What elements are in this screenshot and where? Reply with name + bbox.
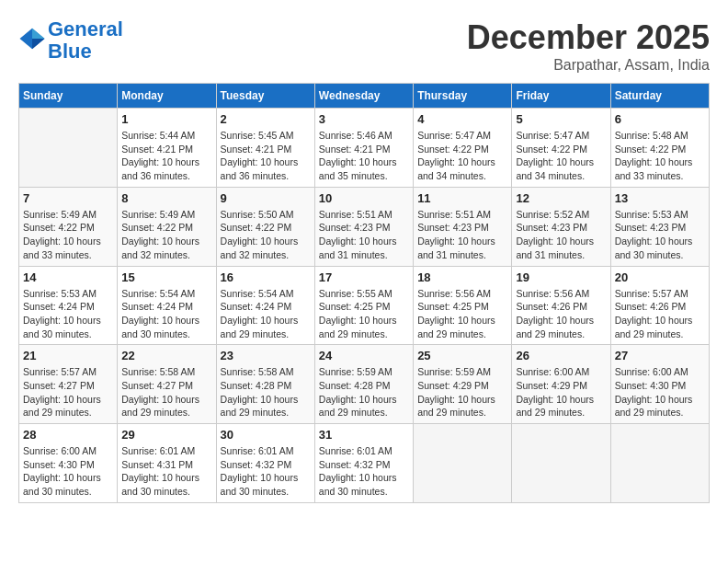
calendar-week-row: 14Sunrise: 5:53 AM Sunset: 4:24 PM Dayli… xyxy=(19,266,710,345)
calendar-cell: 4Sunrise: 5:47 AM Sunset: 4:22 PM Daylig… xyxy=(414,109,512,188)
calendar-cell: 23Sunrise: 5:58 AM Sunset: 4:28 PM Dayli… xyxy=(216,345,314,424)
calendar-cell: 2Sunrise: 5:45 AM Sunset: 4:21 PM Daylig… xyxy=(216,109,314,188)
calendar-cell xyxy=(19,109,118,188)
day-info: Sunrise: 5:50 AM Sunset: 4:22 PM Dayligh… xyxy=(221,208,311,262)
calendar-cell: 22Sunrise: 5:58 AM Sunset: 4:27 PM Dayli… xyxy=(118,345,216,424)
calendar-week-row: 28Sunrise: 6:00 AM Sunset: 4:30 PM Dayli… xyxy=(19,424,710,503)
calendar-cell: 16Sunrise: 5:54 AM Sunset: 4:24 PM Dayli… xyxy=(216,266,314,345)
calendar-day-header: Monday xyxy=(118,84,216,109)
day-info: Sunrise: 5:47 AM Sunset: 4:22 PM Dayligh… xyxy=(417,129,507,183)
calendar-header-row: SundayMondayTuesdayWednesdayThursdayFrid… xyxy=(19,84,710,109)
day-number: 8 xyxy=(121,191,211,205)
day-info: Sunrise: 5:55 AM Sunset: 4:25 PM Dayligh… xyxy=(319,287,409,341)
calendar-cell: 12Sunrise: 5:52 AM Sunset: 4:23 PM Dayli… xyxy=(512,187,610,266)
day-number: 26 xyxy=(516,349,606,362)
day-info: Sunrise: 5:51 AM Sunset: 4:23 PM Dayligh… xyxy=(319,208,409,262)
logo: General Blue xyxy=(18,18,123,63)
calendar-cell: 13Sunrise: 5:53 AM Sunset: 4:23 PM Dayli… xyxy=(610,187,709,266)
day-number: 13 xyxy=(615,191,705,205)
calendar-cell: 3Sunrise: 5:46 AM Sunset: 4:21 PM Daylig… xyxy=(314,109,413,188)
day-info: Sunrise: 5:45 AM Sunset: 4:21 PM Dayligh… xyxy=(221,129,311,183)
day-number: 20 xyxy=(615,270,705,284)
day-info: Sunrise: 6:01 AM Sunset: 4:31 PM Dayligh… xyxy=(121,444,211,499)
day-number: 21 xyxy=(23,349,113,362)
day-info: Sunrise: 5:48 AM Sunset: 4:22 PM Dayligh… xyxy=(615,129,705,183)
location-title: Barpathar, Assam, India xyxy=(467,57,710,74)
day-number: 12 xyxy=(516,191,606,205)
svg-marker-2 xyxy=(32,39,45,49)
day-info: Sunrise: 6:01 AM Sunset: 4:32 PM Dayligh… xyxy=(221,444,311,499)
calendar-cell: 21Sunrise: 5:57 AM Sunset: 4:27 PM Dayli… xyxy=(19,345,118,424)
calendar-day-header: Saturday xyxy=(610,84,709,109)
calendar-week-row: 1Sunrise: 5:44 AM Sunset: 4:21 PM Daylig… xyxy=(19,109,710,188)
day-info: Sunrise: 5:54 AM Sunset: 4:24 PM Dayligh… xyxy=(221,287,311,341)
calendar-cell: 8Sunrise: 5:49 AM Sunset: 4:22 PM Daylig… xyxy=(118,187,216,266)
calendar-cell: 25Sunrise: 5:59 AM Sunset: 4:29 PM Dayli… xyxy=(414,345,512,424)
calendar-cell: 24Sunrise: 5:59 AM Sunset: 4:28 PM Dayli… xyxy=(314,345,413,424)
day-number: 3 xyxy=(319,112,409,126)
calendar-cell: 30Sunrise: 6:01 AM Sunset: 4:32 PM Dayli… xyxy=(216,424,314,503)
calendar-cell: 29Sunrise: 6:01 AM Sunset: 4:31 PM Dayli… xyxy=(118,424,216,503)
day-info: Sunrise: 6:00 AM Sunset: 4:29 PM Dayligh… xyxy=(516,365,606,419)
day-info: Sunrise: 5:57 AM Sunset: 4:26 PM Dayligh… xyxy=(615,287,705,341)
calendar-week-row: 21Sunrise: 5:57 AM Sunset: 4:27 PM Dayli… xyxy=(19,345,710,424)
calendar-cell: 17Sunrise: 5:55 AM Sunset: 4:25 PM Dayli… xyxy=(314,266,413,345)
day-info: Sunrise: 6:00 AM Sunset: 4:30 PM Dayligh… xyxy=(23,444,113,499)
logo-icon xyxy=(18,25,46,52)
day-number: 25 xyxy=(417,349,507,362)
day-number: 29 xyxy=(121,428,211,442)
calendar-cell: 31Sunrise: 6:01 AM Sunset: 4:32 PM Dayli… xyxy=(314,424,413,503)
day-info: Sunrise: 5:52 AM Sunset: 4:23 PM Dayligh… xyxy=(516,208,606,262)
calendar-cell xyxy=(414,424,512,503)
day-info: Sunrise: 6:00 AM Sunset: 4:30 PM Dayligh… xyxy=(615,365,705,419)
day-info: Sunrise: 5:54 AM Sunset: 4:24 PM Dayligh… xyxy=(121,287,211,341)
calendar-cell: 5Sunrise: 5:47 AM Sunset: 4:22 PM Daylig… xyxy=(512,109,610,188)
calendar-cell: 18Sunrise: 5:56 AM Sunset: 4:25 PM Dayli… xyxy=(414,266,512,345)
calendar-table: SundayMondayTuesdayWednesdayThursdayFrid… xyxy=(18,83,710,503)
calendar-cell: 6Sunrise: 5:48 AM Sunset: 4:22 PM Daylig… xyxy=(610,109,709,188)
day-number: 30 xyxy=(221,428,311,442)
day-info: Sunrise: 5:59 AM Sunset: 4:28 PM Dayligh… xyxy=(319,365,409,419)
day-info: Sunrise: 5:49 AM Sunset: 4:22 PM Dayligh… xyxy=(121,208,211,262)
day-info: Sunrise: 5:47 AM Sunset: 4:22 PM Dayligh… xyxy=(516,129,606,183)
day-number: 4 xyxy=(417,112,507,126)
calendar-cell: 11Sunrise: 5:51 AM Sunset: 4:23 PM Dayli… xyxy=(414,187,512,266)
calendar-cell: 26Sunrise: 6:00 AM Sunset: 4:29 PM Dayli… xyxy=(512,345,610,424)
calendar-cell: 20Sunrise: 5:57 AM Sunset: 4:26 PM Dayli… xyxy=(610,266,709,345)
day-info: Sunrise: 5:53 AM Sunset: 4:24 PM Dayligh… xyxy=(23,287,113,341)
day-info: Sunrise: 6:01 AM Sunset: 4:32 PM Dayligh… xyxy=(319,444,409,499)
day-number: 24 xyxy=(319,349,409,362)
calendar-cell: 27Sunrise: 6:00 AM Sunset: 4:30 PM Dayli… xyxy=(610,345,709,424)
day-number: 31 xyxy=(319,428,409,442)
day-info: Sunrise: 5:49 AM Sunset: 4:22 PM Dayligh… xyxy=(23,208,113,262)
day-info: Sunrise: 5:51 AM Sunset: 4:23 PM Dayligh… xyxy=(417,208,507,262)
day-number: 14 xyxy=(23,270,113,284)
day-number: 22 xyxy=(121,349,211,362)
day-info: Sunrise: 5:56 AM Sunset: 4:25 PM Dayligh… xyxy=(417,287,507,341)
day-number: 11 xyxy=(417,191,507,205)
calendar-cell: 10Sunrise: 5:51 AM Sunset: 4:23 PM Dayli… xyxy=(314,187,413,266)
day-number: 23 xyxy=(221,349,311,362)
logo-line1: General xyxy=(48,17,123,40)
day-number: 10 xyxy=(319,191,409,205)
logo-line2: Blue xyxy=(48,40,92,63)
page-header: General Blue December 2025 Barpathar, As… xyxy=(18,18,710,74)
calendar-cell: 19Sunrise: 5:56 AM Sunset: 4:26 PM Dayli… xyxy=(512,266,610,345)
calendar-cell xyxy=(512,424,610,503)
day-number: 15 xyxy=(121,270,211,284)
calendar-day-header: Tuesday xyxy=(216,84,314,109)
calendar-cell: 7Sunrise: 5:49 AM Sunset: 4:22 PM Daylig… xyxy=(19,187,118,266)
day-number: 28 xyxy=(23,428,113,442)
day-info: Sunrise: 5:53 AM Sunset: 4:23 PM Dayligh… xyxy=(615,208,705,262)
calendar-cell: 15Sunrise: 5:54 AM Sunset: 4:24 PM Dayli… xyxy=(118,266,216,345)
day-info: Sunrise: 5:59 AM Sunset: 4:29 PM Dayligh… xyxy=(417,365,507,419)
day-info: Sunrise: 5:57 AM Sunset: 4:27 PM Dayligh… xyxy=(23,365,113,419)
svg-marker-1 xyxy=(32,29,45,39)
calendar-cell: 9Sunrise: 5:50 AM Sunset: 4:22 PM Daylig… xyxy=(216,187,314,266)
day-number: 16 xyxy=(221,270,311,284)
day-number: 5 xyxy=(516,112,606,126)
day-info: Sunrise: 5:58 AM Sunset: 4:27 PM Dayligh… xyxy=(121,365,211,419)
day-info: Sunrise: 5:44 AM Sunset: 4:21 PM Dayligh… xyxy=(121,129,211,183)
day-number: 6 xyxy=(615,112,705,126)
day-number: 7 xyxy=(23,191,113,205)
